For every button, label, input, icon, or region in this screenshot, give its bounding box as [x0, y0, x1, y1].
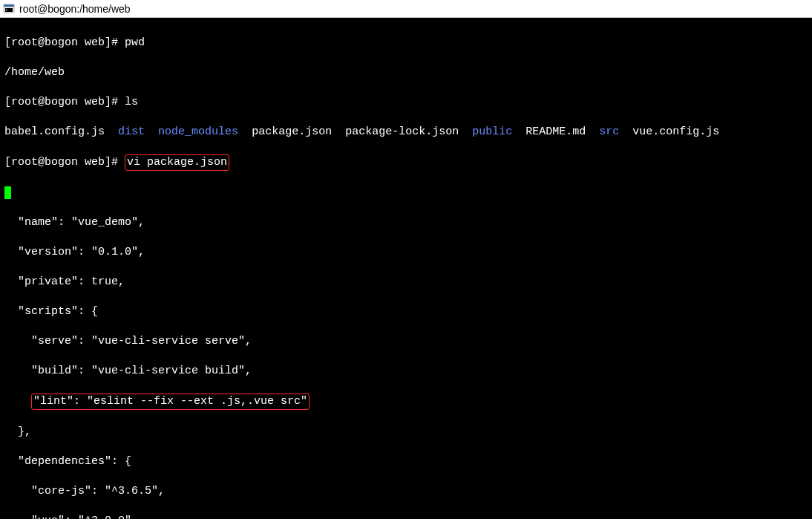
ls-output: babel.config.js dist node_modules packag…	[4, 125, 808, 140]
json-version: "version": "0.1.0",	[4, 245, 808, 260]
highlight-command: vi package.json	[125, 154, 229, 171]
cmd-line-ls: [root@bogon web]# ls	[4, 95, 808, 110]
cmd-line-pwd: [root@bogon web]# pwd	[4, 36, 808, 50]
window-title: root@bogon:/home/web	[19, 3, 131, 15]
window-titlebar: root@bogon:/home/web	[0, 0, 812, 18]
pwd-output: /home/web	[4, 65, 808, 80]
json-scripts-lint: "lint": "eslint --fix --ext .js,.vue src…	[4, 394, 808, 410]
highlight-lint: "lint": "eslint --fix --ext .js,.vue src…	[31, 394, 310, 410]
svg-rect-1	[4, 4, 14, 7]
json-scripts-close: },	[4, 425, 808, 440]
file-open-brace	[4, 186, 808, 200]
json-name: "name": "vue_demo",	[4, 215, 808, 230]
json-deps-open: "dependencies": {	[4, 454, 808, 469]
cursor-block	[4, 186, 11, 199]
json-scripts-build: "build": "vue-cli-service build",	[4, 364, 808, 379]
svg-rect-2	[5, 8, 13, 12]
json-deps-vue: "vue": "^3.0.0"	[4, 514, 808, 519]
json-deps-corejs: "core-js": "^3.6.5",	[4, 484, 808, 499]
terminal-area[interactable]: [root@bogon web]# pwd /home/web [root@bo…	[0, 18, 812, 519]
terminal-icon	[3, 3, 15, 15]
json-scripts-open: "scripts": {	[4, 304, 808, 319]
json-scripts-serve: "serve": "vue-cli-service serve",	[4, 334, 808, 349]
json-private: "private": true,	[4, 275, 808, 290]
cmd-line-vi: [root@bogon web]# vi package.json	[4, 154, 808, 171]
